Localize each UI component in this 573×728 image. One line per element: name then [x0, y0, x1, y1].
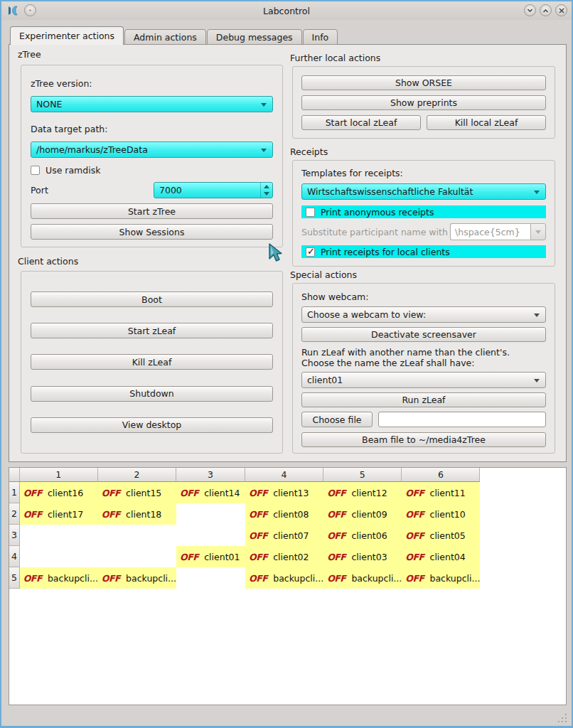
boot-button[interactable]: Boot	[31, 291, 273, 307]
column-header-6[interactable]: 6	[402, 468, 480, 482]
tab-experimenter-actions[interactable]: Experimenter actions	[10, 26, 124, 45]
receipt-template-value: Wirtschaftswissenschaftliche Fakultät	[307, 186, 473, 197]
client-cell[interactable]: OFFbackupcli...	[402, 567, 480, 589]
row-header-4[interactable]: 4	[9, 546, 20, 567]
client-cell[interactable]: OFFclient12	[323, 482, 402, 503]
titlebar[interactable]: Labcontrol	[1, 1, 572, 20]
client-cell[interactable]: OFFclient06	[323, 525, 402, 546]
client-cell[interactable]: OFFclient09	[323, 503, 402, 525]
data-target-path-combobox[interactable]: /home/markus/zTreeData	[31, 141, 273, 158]
resize-grip[interactable]	[557, 713, 567, 723]
client-status-off: OFF	[405, 509, 424, 520]
empty-cell[interactable]	[20, 546, 98, 567]
start-ztree-button[interactable]: Start zTree	[31, 203, 273, 219]
empty-cell[interactable]	[176, 567, 245, 589]
show-webcam-label: Show webcam:	[301, 291, 546, 302]
row-header-2[interactable]: 2	[9, 503, 20, 525]
client-cell[interactable]: OFFclient01	[176, 546, 245, 567]
client-cell[interactable]: OFFbackupcli...	[245, 567, 323, 589]
client-cell[interactable]: OFFbackupcli...	[323, 567, 402, 589]
client-name: client08	[273, 509, 309, 520]
client-cell[interactable]: OFFclient18	[98, 503, 176, 525]
client-cell[interactable]: OFFclient07	[245, 525, 323, 546]
client-cell[interactable]: OFFclient17	[20, 503, 98, 525]
empty-cell[interactable]	[20, 525, 98, 546]
kill-local-zleaf-button[interactable]: Kill local zLeaf	[427, 115, 546, 130]
column-header-1[interactable]: 1	[20, 468, 98, 482]
beam-file-button[interactable]: Beam file to ~/media4zTree	[301, 432, 546, 447]
clients-table: 1234561OFFclient16OFFclient15OFFclient14…	[9, 468, 566, 589]
tab-debug-messages[interactable]: Debug messages	[207, 29, 302, 45]
client-status-off: OFF	[405, 552, 424, 562]
client-name: client05	[430, 530, 466, 541]
print-local-row[interactable]: Print receipts for local clients	[301, 245, 546, 258]
tab-bar: Experimenter actions Admin actions Debug…	[10, 26, 338, 45]
shade-button[interactable]	[524, 4, 536, 16]
column-header-2[interactable]: 2	[98, 468, 176, 482]
client-cell[interactable]: OFFbackupcli...	[20, 567, 98, 589]
zleaf-name-combobox[interactable]: client01	[301, 372, 546, 388]
empty-cell[interactable]	[176, 525, 245, 546]
empty-cell[interactable]	[176, 503, 245, 525]
run-zleaf-button[interactable]: Run zLeaf	[301, 392, 546, 407]
tab-admin-actions[interactable]: Admin actions	[124, 29, 206, 45]
client-status-off: OFF	[327, 488, 346, 498]
client-cell[interactable]: OFFclient14	[176, 482, 245, 503]
print-local-checkbox[interactable]	[306, 247, 315, 257]
client-cell[interactable]: OFFclient02	[245, 546, 323, 567]
client-name: client01	[204, 552, 240, 562]
show-orsee-button[interactable]: Show ORSEE	[301, 75, 546, 90]
show-sessions-button[interactable]: Show Sessions	[31, 224, 273, 240]
choose-file-button[interactable]: Choose file	[301, 412, 373, 427]
close-button[interactable]	[555, 4, 567, 16]
kill-zleaf-button[interactable]: Kill zLeaf	[31, 354, 273, 370]
client-status-off: OFF	[23, 573, 42, 584]
use-ramdisk-checkbox[interactable]	[31, 166, 40, 175]
receipt-template-combobox[interactable]: Wirtschaftswissenschaftliche Fakultät	[301, 183, 546, 200]
column-header-3[interactable]: 3	[176, 468, 245, 482]
empty-cell[interactable]	[98, 546, 176, 567]
webcam-combobox[interactable]: Choose a webcam to view:	[301, 306, 546, 323]
client-cell[interactable]: OFFclient04	[402, 546, 480, 567]
client-name: client14	[204, 488, 240, 498]
client-cell[interactable]: OFFclient11	[402, 482, 480, 503]
row-header-3[interactable]: 3	[9, 525, 20, 546]
deactivate-screensaver-button[interactable]: Deactivate screensaver	[301, 327, 546, 342]
client-cell[interactable]: OFFclient08	[245, 503, 323, 525]
shutdown-button[interactable]: Shutdown	[31, 386, 273, 402]
client-cell[interactable]: OFFclient15	[98, 482, 176, 503]
row-filler	[480, 567, 566, 589]
start-zleaf-button[interactable]: Start zLeaf	[31, 323, 273, 338]
client-status-off: OFF	[249, 509, 267, 520]
ztree-version-combobox[interactable]: NONE	[31, 96, 273, 112]
client-cell[interactable]: OFFbackupcli...	[98, 567, 176, 589]
client-cell[interactable]: OFFclient03	[323, 546, 402, 567]
spin-down-icon[interactable]	[261, 191, 272, 198]
client-cell[interactable]: OFFclient05	[402, 525, 480, 546]
column-header-4[interactable]: 4	[245, 468, 323, 482]
column-header-5[interactable]: 5	[323, 468, 402, 482]
client-cell[interactable]: OFFclient13	[245, 482, 323, 503]
window-menu-button[interactable]	[24, 4, 36, 16]
tab-info[interactable]: Info	[303, 29, 338, 45]
start-local-zleaf-button[interactable]: Start local zLeaf	[301, 115, 421, 130]
show-preprints-button[interactable]: Show preprints	[301, 95, 546, 110]
file-path-input[interactable]	[378, 412, 546, 427]
client-cell[interactable]: OFFclient10	[402, 503, 480, 525]
empty-cell[interactable]	[98, 525, 176, 546]
client-status-off: OFF	[249, 488, 267, 498]
view-desktop-button[interactable]: View desktop	[31, 417, 273, 433]
templates-for-receipts-label: Templates for receipts:	[301, 168, 546, 178]
row-header-1[interactable]: 1	[9, 482, 20, 503]
print-anonymous-checkbox[interactable]	[306, 208, 315, 217]
port-spinbox[interactable]: 7000	[154, 182, 273, 198]
spin-up-icon[interactable]	[261, 183, 272, 191]
print-anonymous-row[interactable]: Print anonymous receipts	[301, 205, 546, 218]
client-name: backupcli...	[430, 573, 481, 584]
client-cell[interactable]: OFFclient16	[20, 482, 98, 503]
use-ramdisk-checkbox-row[interactable]: Use ramdisk	[31, 165, 273, 176]
row-header-5[interactable]: 5	[9, 567, 20, 589]
maximize-button[interactable]	[540, 4, 552, 16]
client-name: backupcli...	[126, 573, 176, 584]
receipts-group-title: Receipts	[290, 146, 328, 157]
